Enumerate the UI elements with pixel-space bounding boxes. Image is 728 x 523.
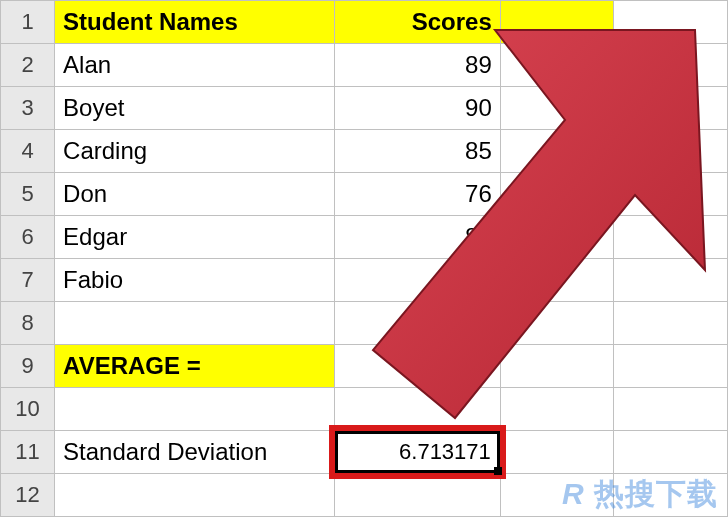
table-row: 9 AVERAGE = 85.666: [1, 345, 728, 388]
student-name: Don: [55, 173, 334, 215]
row-header[interactable]: 11: [1, 431, 55, 474]
spreadsheet-grid[interactable]: 1 Student Names Scores 2 Alan 89 3 Boyet…: [0, 0, 728, 517]
student-score: 9: [335, 259, 499, 301]
student-name: Fabio: [55, 259, 334, 301]
row-header[interactable]: 6: [1, 216, 55, 259]
cell-d4[interactable]: [614, 130, 728, 173]
student-score: 90: [335, 87, 499, 129]
cell-b2[interactable]: 89: [335, 44, 500, 87]
cell-c12[interactable]: [500, 474, 614, 517]
cell-d1[interactable]: [614, 1, 728, 44]
row-header[interactable]: 10: [1, 388, 55, 431]
average-label: AVERAGE =: [55, 345, 334, 387]
cell-a9[interactable]: AVERAGE =: [55, 345, 335, 388]
cell-c5[interactable]: [500, 173, 614, 216]
row-header[interactable]: 3: [1, 87, 55, 130]
cell-d12[interactable]: [614, 474, 728, 517]
table-row: 1 Student Names Scores: [1, 1, 728, 44]
cell-c2[interactable]: [500, 44, 614, 87]
row-header[interactable]: 9: [1, 345, 55, 388]
cell-d9[interactable]: [614, 345, 728, 388]
cell-a3[interactable]: Boyet: [55, 87, 335, 130]
cell-a4[interactable]: Carding: [55, 130, 335, 173]
cell-c7[interactable]: [500, 259, 614, 302]
cell-b5[interactable]: 76: [335, 173, 500, 216]
cell-b12[interactable]: [335, 474, 500, 517]
cell-d2[interactable]: [614, 44, 728, 87]
table-row: 6 Edgar 80: [1, 216, 728, 259]
table-row: 11 Standard Deviation 6.713171: [1, 431, 728, 474]
cell-d6[interactable]: [614, 216, 728, 259]
cell-c4[interactable]: [500, 130, 614, 173]
header-student-names: Student Names: [55, 1, 334, 43]
cell-d3[interactable]: [614, 87, 728, 130]
cell-a1[interactable]: Student Names: [55, 1, 335, 44]
cell-a5[interactable]: Don: [55, 173, 335, 216]
student-score: 80: [335, 216, 499, 258]
cell-a11[interactable]: Standard Deviation: [55, 431, 335, 474]
average-value: 85.666: [335, 345, 499, 387]
row-header[interactable]: 1: [1, 1, 55, 44]
row-header[interactable]: 2: [1, 44, 55, 87]
stdev-value: 6.713171: [335, 431, 499, 473]
table-row: 5 Don 76: [1, 173, 728, 216]
cell-b7[interactable]: 9: [335, 259, 500, 302]
cell-c6[interactable]: [500, 216, 614, 259]
student-score: 85: [335, 130, 499, 172]
selected-cell[interactable]: 6.713171: [335, 431, 499, 473]
cell-a8[interactable]: [55, 302, 335, 345]
cell-d8[interactable]: [614, 302, 728, 345]
row-header[interactable]: 8: [1, 302, 55, 345]
cell-b11[interactable]: 6.713171: [335, 431, 500, 474]
cell-c11[interactable]: [500, 431, 614, 474]
cell-c8[interactable]: [500, 302, 614, 345]
cell-a10[interactable]: [55, 388, 335, 431]
cell-a12[interactable]: [55, 474, 335, 517]
stdev-label: Standard Deviation: [55, 431, 334, 473]
cell-d11[interactable]: [614, 431, 728, 474]
fill-handle[interactable]: [494, 467, 502, 475]
row-header[interactable]: 4: [1, 130, 55, 173]
row-header[interactable]: 7: [1, 259, 55, 302]
cell-a7[interactable]: Fabio: [55, 259, 335, 302]
cell-d7[interactable]: [614, 259, 728, 302]
row-header[interactable]: 12: [1, 474, 55, 517]
cell-b8[interactable]: [335, 302, 500, 345]
cell-c10[interactable]: [500, 388, 614, 431]
table-row: 12: [1, 474, 728, 517]
cell-a2[interactable]: Alan: [55, 44, 335, 87]
table-row: 8: [1, 302, 728, 345]
student-name: Boyet: [55, 87, 334, 129]
student-score: 76: [335, 173, 499, 215]
cell-b9[interactable]: 85.666: [335, 345, 500, 388]
header-scores: Scores: [335, 1, 499, 43]
student-name: Carding: [55, 130, 334, 172]
cell-b3[interactable]: 90: [335, 87, 500, 130]
student-score: 89: [335, 44, 499, 86]
cell-c9[interactable]: [500, 345, 614, 388]
cell-a6[interactable]: Edgar: [55, 216, 335, 259]
table-row: 3 Boyet 90: [1, 87, 728, 130]
table-row: 4 Carding 85: [1, 130, 728, 173]
student-name: Edgar: [55, 216, 334, 258]
cell-d10[interactable]: [614, 388, 728, 431]
cell-b6[interactable]: 80: [335, 216, 500, 259]
cell-b4[interactable]: 85: [335, 130, 500, 173]
table-row: 7 Fabio 9: [1, 259, 728, 302]
cell-c3[interactable]: [500, 87, 614, 130]
cell-c1[interactable]: [500, 1, 614, 44]
cell-d5[interactable]: [614, 173, 728, 216]
table-row: 2 Alan 89: [1, 44, 728, 87]
student-name: Alan: [55, 44, 334, 86]
row-header[interactable]: 5: [1, 173, 55, 216]
cell-b1[interactable]: Scores: [335, 1, 500, 44]
